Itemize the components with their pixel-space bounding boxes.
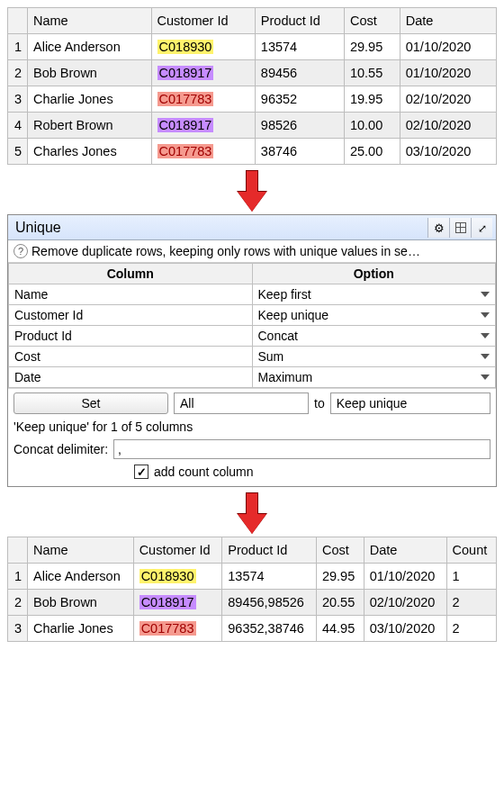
option-column-name: Cost [9, 347, 253, 367]
col-header[interactable]: Product Id [255, 8, 344, 34]
row-number[interactable]: 4 [8, 113, 28, 139]
set-value-select[interactable]: Keep unique [330, 392, 490, 414]
highlight: C018917 [158, 66, 214, 80]
chevron-down-icon [481, 354, 490, 359]
corner-cell [8, 8, 28, 34]
col-header[interactable]: Cost [316, 537, 364, 564]
cell-customer-id[interactable]: C018917 [151, 60, 255, 86]
col-header[interactable]: Date [364, 537, 446, 564]
highlight: C017783 [158, 92, 214, 106]
option-value: Maximum [253, 370, 313, 384]
cell-name[interactable]: Charlie Jones [28, 86, 152, 113]
add-count-checkbox[interactable]: ✓ [134, 465, 148, 479]
grid-button[interactable] [449, 218, 471, 238]
cell-name[interactable]: Charles Jones [28, 139, 152, 165]
col-header[interactable]: Customer Id [151, 8, 255, 34]
col-header[interactable]: Date [400, 8, 496, 34]
cell-name[interactable]: Robert Brown [28, 113, 152, 139]
cell-product-id[interactable]: 13574 [222, 564, 317, 590]
cell-name[interactable]: Alice Anderson [28, 564, 134, 590]
cell-customer-id[interactable]: C018917 [151, 113, 255, 139]
cell-cost[interactable]: 25.00 [344, 139, 400, 165]
cell-customer-id[interactable]: C017783 [151, 139, 255, 165]
cell-product-id[interactable]: 98526 [255, 113, 344, 139]
cell-product-id[interactable]: 96352,38746 [222, 616, 317, 642]
cell-customer-id[interactable]: C017783 [133, 616, 222, 642]
cell-product-id[interactable]: 38746 [255, 139, 344, 165]
cell-cost[interactable]: 29.95 [344, 34, 400, 60]
chevron-down-icon [481, 292, 490, 297]
cell-date[interactable]: 02/10/2020 [364, 590, 446, 616]
column-options-table: Column Option NameKeep firstCustomer IdK… [8, 263, 496, 388]
col-header[interactable]: Product Id [222, 537, 317, 564]
set-button[interactable]: Set [14, 392, 168, 414]
option-select[interactable]: Keep unique [253, 305, 496, 325]
delimiter-input[interactable] [113, 439, 490, 459]
option-select[interactable]: Sum [253, 347, 496, 366]
cell-cost[interactable]: 10.55 [344, 60, 400, 86]
output-table: Name Customer Id Product Id Cost Date Co… [7, 537, 497, 642]
expand-icon [478, 221, 487, 235]
cell-cost[interactable]: 29.95 [316, 564, 364, 590]
cell-customer-id[interactable]: C018930 [151, 34, 255, 60]
cell-count[interactable]: 1 [446, 564, 496, 590]
cell-name[interactable]: Bob Brown [28, 60, 152, 86]
cell-name[interactable]: Alice Anderson [28, 34, 152, 60]
row-number[interactable]: 2 [8, 60, 28, 86]
set-scope-select[interactable]: All [174, 392, 309, 414]
cell-product-id[interactable]: 13574 [255, 34, 344, 60]
cell-customer-id[interactable]: C017783 [151, 86, 255, 113]
panel-description: Remove duplicate rows, keeping only rows… [32, 244, 420, 258]
col-header[interactable]: Name [28, 537, 134, 564]
input-table: Name Customer Id Product Id Cost Date 1A… [7, 7, 497, 165]
cell-date[interactable]: 03/10/2020 [364, 616, 446, 642]
cell-customer-id[interactable]: C018917 [133, 590, 222, 616]
cell-product-id[interactable]: 89456 [255, 60, 344, 86]
cell-cost[interactable]: 44.95 [316, 616, 364, 642]
cell-date[interactable]: 02/10/2020 [400, 113, 496, 139]
col-header[interactable]: Count [446, 537, 496, 564]
option-select[interactable]: Concat [253, 326, 496, 346]
row-number[interactable]: 1 [8, 34, 28, 60]
cell-date[interactable]: 02/10/2020 [400, 86, 496, 113]
cell-cost[interactable]: 20.55 [316, 590, 364, 616]
help-icon[interactable]: ? [14, 244, 28, 258]
cell-customer-id[interactable]: C018930 [133, 564, 222, 590]
row-number[interactable]: 2 [8, 590, 28, 616]
set-scope-value: All [180, 396, 194, 411]
option-column-name: Product Id [9, 326, 253, 347]
add-count-label: add count column [154, 465, 254, 479]
col-header[interactable]: Customer Id [133, 537, 222, 564]
option-column-name: Customer Id [9, 305, 253, 326]
row-number[interactable]: 3 [8, 616, 28, 642]
highlight: C018917 [140, 595, 196, 609]
settings-button[interactable] [428, 218, 449, 238]
row-number[interactable]: 1 [8, 564, 28, 590]
row-number[interactable]: 5 [8, 139, 28, 165]
col-header[interactable]: Cost [344, 8, 400, 34]
cell-date[interactable]: 01/10/2020 [364, 564, 446, 590]
expand-button[interactable] [471, 218, 492, 238]
cell-date[interactable]: 01/10/2020 [400, 34, 496, 60]
option-select[interactable]: Keep first [253, 284, 496, 304]
cell-name[interactable]: Bob Brown [28, 590, 134, 616]
cell-count[interactable]: 2 [446, 590, 496, 616]
cell-product-id[interactable]: 96352 [255, 86, 344, 113]
cell-name[interactable]: Charlie Jones [28, 616, 134, 642]
cell-date[interactable]: 01/10/2020 [400, 60, 496, 86]
option-select[interactable]: Maximum [253, 367, 496, 387]
status-text: 'Keep unique' for 1 of 5 columns [8, 418, 496, 439]
highlight: C017783 [140, 621, 196, 636]
cell-date[interactable]: 03/10/2020 [400, 139, 496, 165]
col-header[interactable]: Name [28, 8, 152, 34]
cell-product-id[interactable]: 89456,98526 [222, 590, 317, 616]
unique-panel: Unique ? Remove duplicate rows, keeping … [7, 214, 497, 487]
to-label: to [314, 396, 325, 411]
cell-count[interactable]: 2 [446, 616, 496, 642]
cell-cost[interactable]: 10.00 [344, 113, 400, 139]
option-value: Keep first [253, 287, 311, 302]
option-column-name: Name [9, 284, 253, 305]
cell-cost[interactable]: 19.95 [344, 86, 400, 113]
row-number[interactable]: 3 [8, 86, 28, 113]
opts-header-opt: Option [252, 264, 496, 284]
